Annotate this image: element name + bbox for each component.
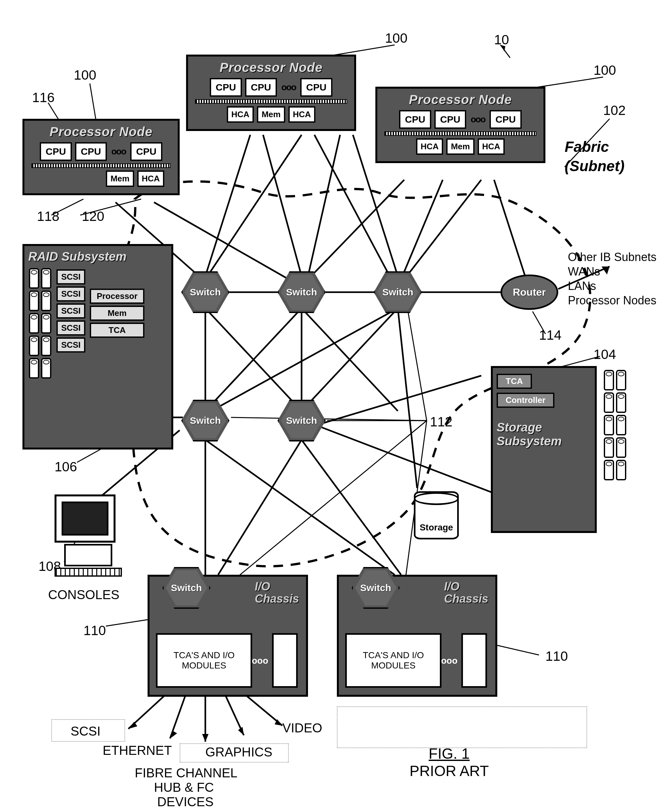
io-modules: TCA'S AND I/O MODULES [156,633,252,688]
disk-icon [604,393,614,413]
fabric-label-1: Fabric [565,138,609,155]
ref-100-top: 100 [385,30,407,46]
scsi-chip: SCSI [56,303,85,318]
proc-title: Processor Node [192,60,350,75]
svg-line-28 [205,440,395,575]
svg-marker-52 [275,719,282,725]
disk-icon [41,291,51,311]
svg-line-18 [205,308,398,414]
io-chassis-left: Switch I/OChassis TCA'S AND I/O MODULES … [148,575,308,697]
storage-subsystem: TCA Controller Storage Subsystem [491,366,597,533]
svg-line-1 [154,202,289,280]
switch-hex: Switch [277,400,326,441]
disk-icon [41,336,51,356]
router-out-1: Other IB Subnets [568,250,656,264]
switch-label: Switch [164,568,209,607]
cpu-chip: CPU [40,142,71,161]
scsi-chip: SCSI [56,286,85,301]
cpu-chip: CPU [245,78,277,97]
mem-chip: Mem [446,138,474,155]
disk-icon [29,358,39,379]
svg-line-49 [225,694,244,735]
cpu-chip: CPU [130,142,162,161]
cpu-chip: CPU [300,78,332,97]
svg-line-8 [308,180,404,280]
io-modules: TCA'S AND I/O MODULES [345,633,441,688]
bus-bar [384,131,536,136]
svg-line-30 [302,440,401,575]
disk-icon [29,336,39,356]
router-label: Router [513,286,546,298]
switch-label: Switch [183,273,228,312]
switch-hex: Switch [181,271,229,313]
processor-node-top: Processor Node CPU CPU ooo CPU HCA Mem H… [186,55,356,131]
io-out-scsi: SCSI [71,724,100,739]
svg-line-45 [170,694,186,739]
ref-110-left: 110 [83,623,106,638]
scsi-chip: SCSI [56,320,85,336]
raid-disk-column [28,268,52,380]
raid-mem: Mem [90,306,144,321]
scsi-chip: SCSI [56,270,85,285]
storage-cylinder: Storage [414,491,459,539]
switch-hex: Switch [277,271,326,313]
io-out-fc1: FIBRE CHANNEL [135,766,237,780]
processor-node-left: Processor Node CPU CPU ooo CPU Mem HCA [22,119,180,195]
router-out-2: WANs [568,265,600,278]
io-out-fc3: DEVICES [157,795,214,809]
disk-icon [29,268,39,289]
disk-icon [604,460,614,480]
ellipsis-icon: ooo [470,114,486,125]
ref-116: 116 [32,90,55,105]
figure-subtitle: PRIOR ART [385,762,513,780]
router: Router [501,275,558,310]
svg-line-26 [321,427,497,494]
scsi-chip: SCSI [56,338,85,353]
io-out-fc2: HUB & FC [154,780,214,795]
svg-line-67 [497,646,539,655]
io-title: I/OChassis [255,581,299,605]
svg-line-2 [205,135,250,276]
figure-title: FIG. 1 [385,745,513,762]
ref-106: 106 [55,459,77,474]
storage-title-1: Storage [497,421,591,434]
svg-line-72 [225,421,427,587]
svg-marker-50 [238,727,244,735]
disk-icon [41,313,51,334]
disk-icon [29,313,39,334]
ref-100-left: 100 [74,67,96,83]
cpu-chip: CPU [75,142,107,161]
disk-icon [616,460,626,480]
hca-chip: HCA [227,106,254,123]
raid-scsi-column: SCSI SCSI SCSI SCSI SCSI [56,268,85,380]
io-title: I/OChassis [444,581,488,605]
ref-100-right: 100 [594,63,616,78]
raid-tca: TCA [90,323,144,338]
ref-120: 120 [82,209,104,224]
svg-line-69 [231,418,427,421]
svg-line-16 [302,308,398,411]
monitor-icon [55,494,116,542]
keyboard-icon [55,567,122,577]
svg-line-29 [218,440,302,575]
switch-hex: Switch [181,400,229,441]
svg-line-25 [321,376,481,424]
mem-chip: Mem [106,170,134,187]
raid-control-column: Processor Mem TCA [90,268,144,380]
disk-icon [41,268,51,289]
svg-marker-44 [128,722,137,729]
svg-line-31 [398,308,417,488]
storage-title-2: Subsystem [497,434,591,448]
io-slot [272,633,298,688]
raid-title: RAID Subsystem [28,250,168,264]
svg-line-17 [302,308,398,411]
router-out-3: LANs [568,280,596,293]
disk-icon [616,370,626,390]
svg-line-6 [308,135,340,276]
dotted-region [337,706,587,748]
mem-chip: Mem [257,106,285,123]
fabric-label-2: (Subnet) [565,157,625,175]
ref-104: 104 [594,347,616,362]
bus-bar [195,99,347,104]
disk-icon [29,291,39,311]
